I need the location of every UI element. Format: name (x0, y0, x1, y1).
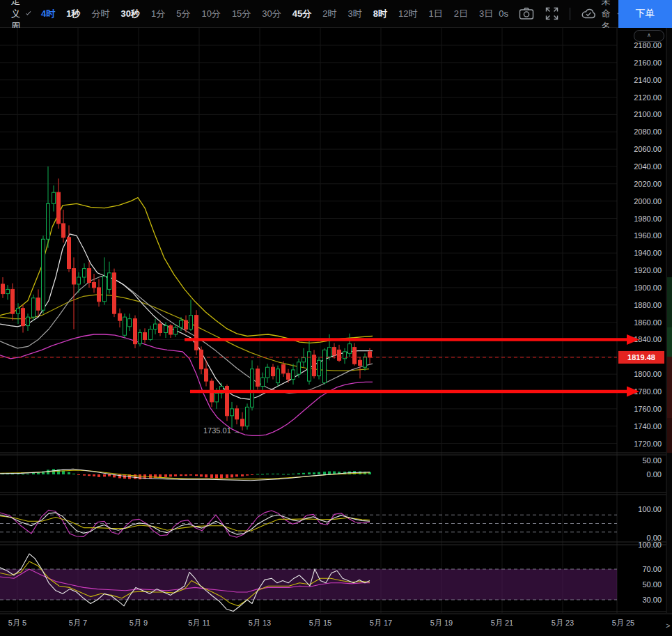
svg-text:2040.00: 2040.00 (634, 162, 662, 171)
svg-text:1940.00: 1940.00 (634, 249, 662, 257)
svg-text:1900.00: 1900.00 (634, 284, 662, 292)
svg-text:2080.00: 2080.00 (634, 127, 662, 136)
price-axis-labels: 2180.002160.002140.002120.002100.002080.… (634, 41, 662, 604)
svg-text:0.00: 0.00 (647, 470, 662, 479)
drawings-layer: 1735.01 → (0, 334, 639, 435)
price-range-strip (666, 28, 672, 613)
price-axis-collapse-button[interactable]: ∧ (634, 30, 664, 42)
interval-button[interactable]: 分时 (86, 0, 115, 28)
toolbar: 自定义周期 4时1秒分时30秒1分5分10分15分30分45分2时3时8时12时… (0, 0, 672, 28)
svg-text:1760.00: 1760.00 (634, 405, 662, 413)
place-order-button[interactable]: 下单 (618, 0, 672, 28)
svg-text:5月 13: 5月 13 (249, 619, 271, 627)
interval-button[interactable]: 1秒 (61, 0, 86, 28)
interval-button[interactable]: 45分 (287, 0, 317, 28)
scroll-right-arrow[interactable]: > (666, 621, 670, 630)
trading-app: 自定义周期 4时1秒分时30秒1分5分10分15分30分45分2时3时8时12时… (0, 0, 672, 636)
toolbar-divider (570, 8, 570, 20)
svg-text:50.00: 50.00 (642, 580, 662, 589)
svg-text:1860.00: 1860.00 (634, 318, 662, 327)
svg-text:1740.00: 1740.00 (634, 422, 662, 431)
svg-text:5月 11: 5月 11 (188, 619, 210, 627)
svg-text:1960.00: 1960.00 (634, 231, 662, 240)
interval-button[interactable]: 30分 (256, 0, 286, 28)
svg-text:2160.00: 2160.00 (634, 59, 662, 67)
svg-text:5月 7: 5月 7 (69, 619, 87, 627)
svg-text:5月 17: 5月 17 (370, 619, 392, 627)
chevron-up-icon: ∧ (647, 32, 651, 38)
svg-text:1880.00: 1880.00 (634, 301, 662, 309)
interval-button[interactable]: 10分 (196, 0, 226, 28)
interval-button[interactable]: 15分 (226, 0, 256, 28)
svg-text:1920.00: 1920.00 (634, 266, 662, 274)
macd-panel (0, 469, 371, 481)
fullscreen-icon[interactable] (545, 6, 559, 21)
interval-button[interactable]: 3日 (474, 0, 499, 28)
interval-button[interactable]: 12时 (393, 0, 423, 28)
low-price-label: 1735.01 → (203, 426, 241, 435)
interval-button[interactable]: 8时 (368, 0, 393, 28)
svg-text:1800.00: 1800.00 (634, 370, 662, 378)
main-chart-svg[interactable]: 2180.002160.002140.002120.002100.002080.… (0, 28, 672, 636)
chevron-down-icon (26, 10, 31, 15)
svg-text:5月 23: 5月 23 (552, 619, 574, 627)
svg-text:5月 21: 5月 21 (491, 619, 513, 627)
svg-text:100.00: 100.00 (638, 541, 662, 549)
grid-layer (0, 28, 617, 613)
svg-text:5月 15: 5月 15 (309, 619, 331, 627)
svg-text:70.00: 70.00 (642, 565, 662, 573)
interval-button[interactable]: 1日 (423, 0, 448, 28)
interval-button[interactable]: 5分 (171, 0, 196, 28)
svg-text:1720.00: 1720.00 (634, 440, 662, 448)
svg-text:2100.00: 2100.00 (634, 110, 662, 118)
svg-text:30.00: 30.00 (642, 596, 662, 604)
svg-text:5月 9: 5月 9 (130, 619, 148, 627)
cloud-check-icon (581, 8, 597, 20)
interval-button[interactable]: 2时 (317, 0, 342, 28)
chart-area[interactable]: 2180.002160.002140.002120.002100.002080.… (0, 28, 672, 636)
current-price-badge: 1819.48 (618, 351, 664, 364)
interval-list: 4时1秒分时30秒1分5分10分15分30分45分2时3时8时12时1日2日3日 (36, 0, 499, 28)
time-axis-labels: 5月 55月 75月 95月 115月 135月 155月 175月 195月 … (8, 619, 671, 630)
svg-text:1819.48: 1819.48 (627, 353, 655, 362)
svg-text:2020.00: 2020.00 (634, 180, 662, 188)
svg-text:2180.00: 2180.00 (634, 41, 662, 49)
svg-text:5月 25: 5月 25 (612, 619, 634, 627)
interval-button[interactable]: 3时 (343, 0, 368, 28)
interval-button[interactable]: 2日 (448, 0, 474, 28)
svg-text:2060.00: 2060.00 (634, 145, 662, 153)
svg-text:2140.00: 2140.00 (634, 76, 662, 84)
svg-text:100.00: 100.00 (638, 505, 662, 513)
svg-text:5月 5: 5月 5 (8, 619, 26, 627)
svg-text:5月 19: 5月 19 (430, 619, 453, 627)
interval-button[interactable]: 1分 (146, 0, 171, 28)
seconds-countdown: 0s (499, 8, 508, 19)
svg-text:50.00: 50.00 (642, 456, 662, 465)
svg-text:1980.00: 1980.00 (634, 215, 662, 223)
interval-button[interactable]: 4时 (36, 0, 61, 28)
svg-text:2000.00: 2000.00 (634, 197, 662, 205)
svg-text:2120.00: 2120.00 (634, 93, 662, 102)
interval-button[interactable]: 30秒 (115, 0, 145, 28)
camera-icon[interactable] (519, 7, 534, 20)
